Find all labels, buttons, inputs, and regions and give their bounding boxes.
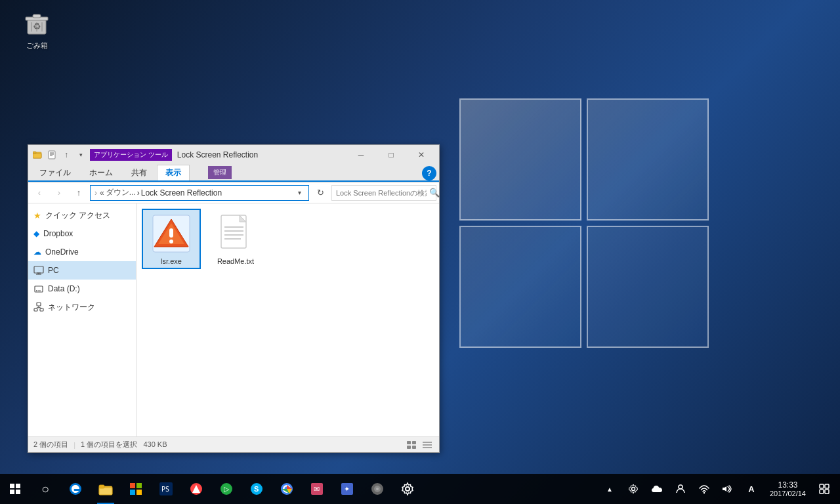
svg-rect-22 — [34, 308, 37, 311]
app1-icon — [189, 482, 203, 496]
taskbar-chrome[interactable] — [272, 474, 302, 504]
app3-icon: ✉ — [310, 482, 324, 496]
file-item-lsr-exe[interactable]: lsr.exe — [142, 209, 201, 269]
tray-gear-icon[interactable] — [623, 474, 644, 504]
settings-icon — [400, 482, 415, 496]
taskbar-app-3[interactable]: ✉ — [302, 474, 332, 504]
explorer-icon — [98, 482, 113, 496]
taskbar-powershell[interactable]: PS — [151, 474, 181, 504]
qat-dropdown-icon[interactable]: ▾ — [74, 148, 87, 161]
refresh-button[interactable]: ↻ — [312, 184, 329, 201]
svg-rect-75 — [723, 488, 724, 490]
list-view-button[interactable] — [405, 439, 418, 451]
svg-rect-41 — [412, 446, 416, 449]
help-button[interactable]: ? — [422, 166, 436, 180]
taskbar-app-4[interactable]: ✦ — [332, 474, 362, 504]
svg-rect-21 — [37, 303, 41, 306]
tray-user-icon[interactable] — [670, 474, 691, 504]
taskbar-skype[interactable]: S — [242, 474, 272, 504]
tray-clock[interactable]: 13:33 2017/02/14 — [765, 474, 811, 504]
tray-volume-icon[interactable] — [717, 474, 738, 504]
management-section-tab[interactable]: 管理 — [208, 166, 232, 179]
readme-icon — [215, 213, 257, 255]
svg-rect-23 — [40, 308, 43, 311]
tray-date: 2017/02/14 — [770, 490, 806, 497]
recycle-bin-icon[interactable]: ♻ ごみ箱 — [10, 7, 63, 51]
minimize-button[interactable]: ─ — [346, 145, 376, 165]
up-button[interactable]: ↑ — [70, 184, 87, 201]
file-area: lsr.exe ReadMe.txt — [136, 203, 439, 436]
readme-label: ReadMe.txt — [217, 257, 254, 265]
tray-cloud-icon[interactable] — [646, 474, 667, 504]
svg-point-74 — [704, 492, 705, 494]
qat-undo-icon[interactable]: ↑ — [60, 148, 73, 161]
detail-view-button[interactable] — [421, 439, 434, 451]
separator: | — [74, 441, 75, 449]
back-button[interactable]: ‹ — [31, 184, 48, 201]
svg-text:▷: ▷ — [224, 485, 230, 493]
svg-rect-18 — [35, 286, 43, 292]
win-cell-tr — [587, 98, 709, 220]
svg-rect-30 — [169, 228, 173, 238]
tab-home[interactable]: ホーム — [81, 165, 121, 180]
lsr-exe-label: lsr.exe — [161, 257, 182, 265]
nav-item-onedrive[interactable]: ☁ OneDrive — [28, 243, 136, 261]
chrome-icon — [280, 482, 294, 496]
tray-expand-button[interactable]: ▲ — [599, 474, 620, 504]
svg-rect-39 — [412, 441, 416, 444]
taskbar-app-5[interactable] — [362, 474, 392, 504]
search-input[interactable] — [336, 189, 427, 197]
selected-info: 1 個の項目を選択 430 KB — [81, 440, 167, 450]
windows-logo-bg — [459, 98, 709, 348]
qat-properties-icon[interactable] — [45, 148, 58, 161]
nav-item-quick-access[interactable]: ★ クイック アクセス — [28, 206, 136, 224]
qat-folder-icon[interactable] — [31, 148, 44, 161]
svg-rect-10 — [49, 151, 55, 159]
svg-text:S: S — [254, 485, 259, 493]
view-controls — [405, 439, 434, 451]
forward-button[interactable]: › — [51, 184, 68, 201]
powershell-icon: PS — [159, 482, 173, 496]
taskbar-apps: PS ▷ S — [60, 474, 599, 504]
svg-point-31 — [169, 240, 173, 243]
quick-access-toolbar: ↑ ▾ — [31, 148, 87, 161]
ribbon-tabs: ファイル ホーム 共有 表示 管理 — [31, 165, 232, 180]
window-controls: ─ □ ✕ — [346, 145, 436, 165]
items-count: 2 個の項目 — [33, 440, 68, 450]
win-cell-tl — [459, 98, 581, 220]
start-button[interactable] — [0, 474, 30, 504]
tab-view[interactable]: 表示 — [157, 165, 190, 180]
svg-rect-49 — [130, 483, 135, 488]
address-bar: ‹ › ↑ › « ダウン... › Lock Screen Reflectio… — [28, 182, 439, 203]
content-area: ★ クイック アクセス ◆ Dropbox ☁ OneDrive PC — [28, 203, 439, 436]
svg-text:✉: ✉ — [314, 485, 320, 493]
taskbar-store[interactable] — [121, 474, 151, 504]
network-icon — [33, 302, 44, 312]
tab-share[interactable]: 共有 — [123, 165, 156, 180]
search-button[interactable]: ○ — [30, 474, 60, 504]
nav-item-data-d[interactable]: Data (D:) — [28, 280, 136, 298]
maximize-button[interactable]: □ — [376, 145, 406, 165]
nav-item-pc[interactable]: PC — [28, 261, 136, 280]
tray-ime-icon[interactable]: A — [741, 474, 762, 504]
close-button[interactable]: ✕ — [406, 145, 436, 165]
nav-item-dropbox[interactable]: ◆ Dropbox — [28, 224, 136, 243]
taskbar-explorer[interactable] — [91, 474, 121, 504]
svg-text:✦: ✦ — [344, 485, 350, 493]
tray-notification-icon[interactable] — [814, 474, 835, 504]
app2-icon: ▷ — [219, 482, 234, 496]
address-dropdown-arrow[interactable]: ▾ — [294, 185, 304, 201]
address-input[interactable]: › « ダウン... › Lock Screen Reflection ▾ — [90, 185, 309, 201]
tab-file[interactable]: ファイル — [31, 165, 79, 180]
svg-rect-38 — [407, 441, 411, 444]
svg-rect-78 — [820, 490, 824, 494]
file-item-readme[interactable]: ReadMe.txt — [206, 209, 265, 269]
taskbar-app-2[interactable]: ▷ — [211, 474, 242, 504]
taskbar-settings[interactable] — [392, 474, 423, 504]
nav-item-network[interactable]: ネットワーク — [28, 298, 136, 316]
recycle-bin-label: ごみ箱 — [26, 41, 48, 51]
taskbar-app-1[interactable] — [181, 474, 211, 504]
search-box[interactable]: 🔍 — [331, 185, 436, 201]
taskbar-edge[interactable] — [60, 474, 91, 504]
tray-wifi-icon[interactable] — [694, 474, 715, 504]
